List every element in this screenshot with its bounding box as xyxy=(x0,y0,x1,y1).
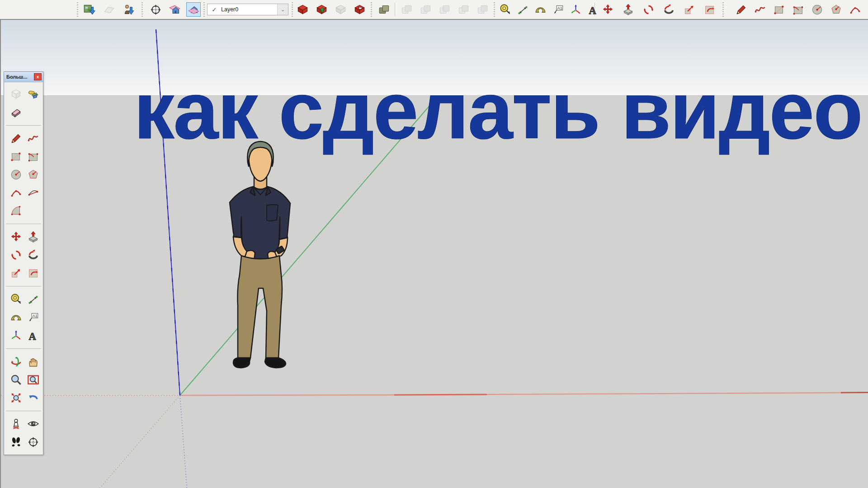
photo-textures-icon[interactable] xyxy=(122,2,136,17)
layers-pair-icon-4[interactable] xyxy=(456,2,471,17)
section-display-icon[interactable] xyxy=(186,2,201,17)
push-pull-icon[interactable] xyxy=(621,2,635,17)
zoom-extents-icon[interactable] xyxy=(9,391,22,404)
zoom-icon[interactable] xyxy=(9,373,22,386)
zoom-window-icon[interactable] xyxy=(27,373,39,386)
look-around-icon[interactable] xyxy=(27,418,39,430)
toggle-terrain-icon[interactable] xyxy=(102,2,116,17)
axes-tool-icon[interactable] xyxy=(9,329,22,342)
palette-row xyxy=(4,129,43,147)
text-label-icon[interactable]: A1 xyxy=(27,311,39,324)
toolbar-grip[interactable] xyxy=(292,2,293,17)
previous-view-icon[interactable] xyxy=(27,391,39,404)
freehand-icon[interactable] xyxy=(27,132,39,145)
palette-title-text: Больш... xyxy=(4,74,34,80)
push-pull-icon[interactable] xyxy=(27,230,39,243)
select-icon[interactable] xyxy=(9,88,22,100)
dimension-icon[interactable] xyxy=(27,293,39,305)
svg-text:A: A xyxy=(28,330,36,342)
toolbar-grip[interactable] xyxy=(77,2,78,17)
layers-pair-icon-5[interactable] xyxy=(475,2,490,17)
toolbar-grip[interactable] xyxy=(494,2,495,17)
line-icon[interactable] xyxy=(734,2,748,17)
add-location-icon[interactable] xyxy=(82,2,96,17)
3d-text-icon[interactable]: A xyxy=(586,2,600,17)
pan-icon[interactable] xyxy=(27,355,39,368)
toolbar-group-construction: A1A xyxy=(498,2,600,17)
chevron-down-icon[interactable]: ⌄ xyxy=(277,4,288,15)
offset-icon[interactable] xyxy=(702,2,717,17)
intersect-icon[interactable] xyxy=(333,2,348,17)
circle-icon[interactable] xyxy=(810,2,824,17)
protractor-icon[interactable] xyxy=(533,2,547,17)
tape-measure-icon[interactable] xyxy=(9,293,22,305)
blue-axis-dotted xyxy=(180,395,188,488)
red-axis xyxy=(180,395,394,395)
layer-visible-checkmark[interactable]: ✓ xyxy=(208,6,221,13)
palette-title-bar[interactable]: Больш... x xyxy=(4,72,43,82)
follow-me-icon[interactable] xyxy=(27,249,39,261)
dimension-icon[interactable] xyxy=(515,2,530,17)
protractor-icon[interactable] xyxy=(9,311,22,324)
palette-row xyxy=(4,103,43,121)
circle-icon[interactable] xyxy=(9,168,22,181)
layers-pair-icon-1[interactable] xyxy=(399,2,414,17)
offset-icon[interactable] xyxy=(27,267,39,279)
polygon-icon[interactable] xyxy=(27,168,39,181)
section-plane-icon[interactable] xyxy=(167,2,182,17)
modeling-viewport[interactable]: как сделать видео xyxy=(0,19,868,488)
toolbar-grip[interactable] xyxy=(203,2,205,17)
palette-row xyxy=(4,433,43,451)
position-camera-icon[interactable] xyxy=(9,418,22,430)
make-component-icon[interactable] xyxy=(27,88,39,100)
move-icon[interactable] xyxy=(9,230,22,243)
compass-axes-icon[interactable] xyxy=(148,2,163,17)
axes-tool-icon[interactable] xyxy=(568,2,583,17)
scale-icon[interactable] xyxy=(9,267,22,279)
line-icon[interactable] xyxy=(9,132,22,145)
layers-stack-icon[interactable] xyxy=(377,2,391,17)
toolbar-group-location xyxy=(82,2,136,17)
arc2-icon[interactable] xyxy=(27,186,39,199)
pie-icon[interactable] xyxy=(9,204,22,217)
rectangle-icon[interactable] xyxy=(772,2,786,17)
toolbar-grip[interactable] xyxy=(722,2,724,17)
eraser-icon[interactable] xyxy=(9,106,22,118)
palette-row xyxy=(4,415,43,433)
freehand-icon[interactable] xyxy=(753,2,767,17)
layers-pair-icon-3[interactable] xyxy=(437,2,452,17)
arc-icon[interactable] xyxy=(848,2,862,17)
walk-compass-icon[interactable] xyxy=(27,436,39,448)
toolbar-grip[interactable] xyxy=(371,2,372,17)
person-pocket xyxy=(267,205,278,221)
layer-dropdown[interactable]: ✓Layer0⌄ xyxy=(207,4,288,15)
toolbar-group-section xyxy=(148,2,201,17)
text-label-icon[interactable]: A1 xyxy=(551,2,565,17)
rectangle-icon[interactable] xyxy=(9,150,22,163)
layers-pair-icon-2[interactable] xyxy=(418,2,433,17)
follow-me-icon[interactable] xyxy=(661,2,676,17)
tape-measure-icon[interactable] xyxy=(498,2,512,17)
rotate-icon[interactable] xyxy=(9,249,22,261)
rotate-icon[interactable] xyxy=(641,2,656,17)
palette-row xyxy=(4,371,43,389)
polygon-icon[interactable] xyxy=(829,2,843,17)
outer-shell-icon[interactable] xyxy=(295,2,310,17)
palette-row xyxy=(4,183,43,202)
rotated-rectangle-icon[interactable] xyxy=(27,150,39,163)
orbit-icon[interactable] xyxy=(9,355,22,368)
3d-text-icon[interactable]: A xyxy=(27,329,39,342)
rotated-rectangle-icon[interactable] xyxy=(791,2,805,17)
scale-icon[interactable] xyxy=(682,2,696,17)
move-icon[interactable] xyxy=(600,2,615,17)
palette-separator xyxy=(6,220,41,224)
close-icon[interactable]: x xyxy=(34,73,42,80)
subtract-icon[interactable] xyxy=(352,2,367,17)
union-icon[interactable] xyxy=(314,2,329,17)
arc-icon[interactable] xyxy=(9,186,22,199)
palette-empty-cell xyxy=(27,106,39,118)
toolbar-group-draw xyxy=(734,2,868,17)
person-figure[interactable] xyxy=(222,139,301,371)
toolbar-grip[interactable] xyxy=(142,2,143,17)
walk-icon[interactable] xyxy=(9,436,22,448)
